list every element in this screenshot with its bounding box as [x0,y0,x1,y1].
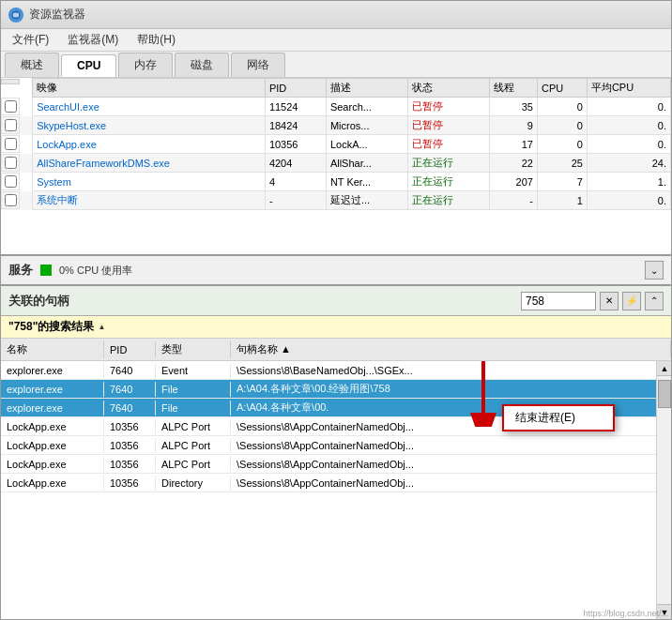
services-title: 服务 [8,262,33,279]
watermark: https://blog.csdn.net/... [583,609,668,618]
table-row[interactable]: 系统中断 - 延迟过... 正在运行 - 1 0. [1,191,671,210]
handle-cell-pid: 10356 [104,457,156,472]
menu-file[interactable]: 文件(F) [8,30,53,50]
row-pid: - [265,191,326,210]
tab-memory[interactable]: 内存 [118,53,173,77]
services-expand-btn[interactable]: ⌄ [645,261,664,280]
process-table: 映像 PID 描述 状态 线程 CPU 平均CPU SearchUI.exe 1… [1,78,671,210]
handles-search-btn[interactable]: ⚡ [622,292,641,310]
table-row[interactable]: AllShareFrameworkDMS.exe 4204 AllShar...… [1,154,671,173]
row-checkbox[interactable] [1,98,20,115]
row-status: 已暂停 [407,98,489,116]
row-name: LockApp.exe [33,135,266,154]
row-status: 正在运行 [407,154,489,173]
table-row[interactable]: SearchUI.exe 11524 Search... 已暂停 35 0 0. [1,98,671,116]
row-threads: - [490,191,538,210]
tabs-bar: 概述 CPU 内存 磁盘 网络 [1,52,671,78]
handle-cell-name: explorer.exe [1,382,104,397]
v-scrollbar[interactable]: ▲ ▼ [656,361,671,619]
row-name: SkypeHost.exe [33,116,266,135]
row-checkbox[interactable] [1,154,20,172]
row-threads: 22 [490,154,538,173]
row-cpu: 25 [537,154,587,173]
handle-cell-handle: \Sessions\8\AppContainerNamedObj... [231,438,671,453]
handle-cell-name: LockApp.exe [1,419,104,434]
handles-rows: explorer.exe 7640 Event \Sessions\8\Base… [1,361,671,619]
app-icon [8,8,23,23]
row-cpu: 0 [537,116,587,135]
row-pid: 4204 [265,154,326,173]
handle-cell-type: ALPC Port [156,457,231,472]
handle-cell-handle: \Sessions\8\AppContainerNamedObj... [231,476,671,491]
handles-search-input[interactable] [521,292,596,310]
row-cpu: 0 [537,98,587,116]
row-name: SearchUI.exe [33,98,266,116]
handles-header: 关联的句柄 ✕ ⚡ ⌃ [1,286,671,316]
row-pid: 4 [265,173,326,191]
handles-table-header: 名称 PID 类型 句柄名称 ▲ [1,339,671,361]
handle-row[interactable]: explorer.exe 7640 File A:\A04.各种文章\00.经验… [1,380,671,399]
row-avg: 0. [587,135,670,154]
handles-col-type[interactable]: 类型 [156,340,231,358]
h-scrollbar[interactable]: ► [1,254,671,256]
row-name: System [33,173,266,191]
col-checkbox [1,79,20,84]
handle-row[interactable]: LockApp.exe 10356 Directory \Sessions\8\… [1,474,671,492]
handles-col-handle[interactable]: 句柄名称 ▲ [231,340,671,358]
tab-cpu[interactable]: CPU [61,54,116,77]
search-results-title: "758"的搜索结果 [8,319,94,335]
handle-row[interactable]: LockApp.exe 10356 ALPC Port \Sessions\8\… [1,436,671,455]
handles-collapse-btn[interactable]: ⌃ [645,292,664,310]
handles-col-pid[interactable]: PID [104,342,156,357]
h-scroll-right[interactable]: ► [656,255,671,257]
handles-title: 关联的句柄 [8,293,69,310]
context-menu-end-process[interactable]: 结束进程(E) [504,406,613,430]
col-desc[interactable]: 描述 [326,79,407,98]
col-avg[interactable]: 平均CPU [587,79,670,98]
row-threads: 17 [490,135,538,154]
row-name: 系统中断 [33,191,266,210]
table-row[interactable]: System 4 NT Ker... 正在运行 207 7 1. [1,173,671,191]
table-row[interactable]: SkypeHost.exe 18424 Micros... 已暂停 9 0 0. [1,116,671,135]
row-pid: 18424 [265,116,326,135]
row-status: 正在运行 [407,191,489,210]
col-threads[interactable]: 线程 [490,79,538,98]
v-scroll-up-btn[interactable]: ▲ [657,361,671,376]
menu-help[interactable]: 帮助(H) [133,30,179,50]
handles-clear-btn[interactable]: ✕ [600,292,619,310]
handle-row[interactable]: LockApp.exe 10356 ALPC Port \Sessions\8\… [1,455,671,474]
handle-row[interactable]: explorer.exe 7640 Event \Sessions\8\Base… [1,361,671,380]
table-row[interactable]: LockApp.exe 10356 LockA... 已暂停 17 0 0. [1,135,671,154]
tab-overview[interactable]: 概述 [5,53,59,77]
handle-cell-type: ALPC Port [156,438,231,453]
process-table-scroll[interactable]: 映像 PID 描述 状态 线程 CPU 平均CPU SearchUI.exe 1… [1,78,671,254]
window-title: 资源监视器 [29,7,85,23]
row-status: 已暂停 [407,135,489,154]
search-results-header: "758"的搜索结果 ▲ [1,316,671,339]
tab-network[interactable]: 网络 [231,53,285,77]
handle-cell-type: File [156,382,231,397]
handle-cell-pid: 10356 [104,476,156,491]
row-checkbox[interactable] [1,116,20,134]
handles-table-section: explorer.exe 7640 Event \Sessions\8\Base… [1,361,671,619]
handle-cell-handle: \Sessions\8\BaseNamedObj...\SGEx... [231,363,671,378]
row-checkbox[interactable] [1,173,20,190]
col-pid[interactable]: PID [265,79,326,98]
row-threads: 9 [490,116,538,135]
process-table-section: 映像 PID 描述 状态 线程 CPU 平均CPU SearchUI.exe 1… [1,78,671,256]
row-status: 正在运行 [407,173,489,191]
handle-cell-pid: 10356 [104,419,156,434]
col-status[interactable]: 状态 [407,79,489,98]
row-desc: NT Ker... [326,173,407,191]
row-name: AllShareFrameworkDMS.exe [33,154,266,173]
v-scroll-thumb[interactable] [658,380,671,408]
row-desc: Micros... [326,116,407,135]
col-name[interactable]: 映像 [33,79,266,98]
col-cpu[interactable]: CPU [537,79,587,98]
menu-monitor[interactable]: 监视器(M) [64,30,122,50]
handles-col-name[interactable]: 名称 [1,340,104,358]
tab-disk[interactable]: 磁盘 [175,53,229,77]
row-checkbox[interactable] [1,135,20,153]
handle-cell-name: explorer.exe [1,401,104,416]
row-checkbox[interactable] [1,191,20,209]
